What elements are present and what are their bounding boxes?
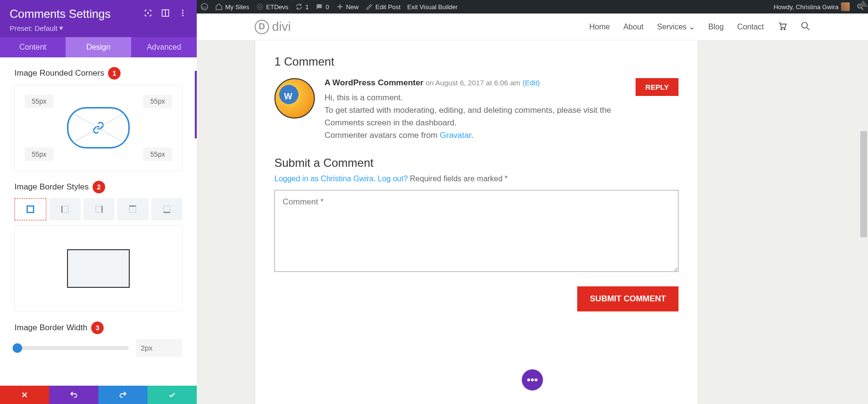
page-scrollbar[interactable] — [860, 89, 867, 394]
border-width-input[interactable] — [136, 339, 182, 357]
sidebar-body: Image Rounded Corners 1 Image Border Sty… — [0, 57, 197, 386]
comment-form-title: Submit a Comment — [274, 156, 678, 170]
settings-sidebar: Comments Settings Preset: Default ▾ Cont… — [0, 0, 197, 404]
primary-nav: Home About Services ⌄ Blog Contact — [589, 21, 810, 33]
new-link[interactable]: New — [336, 3, 359, 11]
exit-builder-link[interactable]: Exit Visual Builder — [407, 3, 458, 11]
cart-icon[interactable] — [777, 21, 787, 33]
border-styles-label: Image Border Styles 2 — [14, 181, 182, 193]
sidebar-tabs: Content Design Advanced — [0, 37, 197, 57]
svg-rect-13 — [163, 206, 170, 212]
sidebar-footer — [0, 386, 197, 404]
badge-3: 3 — [91, 322, 104, 334]
svg-rect-6 — [27, 206, 34, 212]
site-logo[interactable]: Ddivi — [255, 19, 291, 34]
badge-2: 2 — [93, 181, 105, 193]
nav-about[interactable]: About — [624, 23, 644, 31]
commenter-avatar — [274, 78, 315, 119]
logged-in-as-link[interactable]: Logged in as Christina Gwira — [274, 175, 373, 183]
layout-icon[interactable] — [161, 9, 170, 19]
wp-logo-icon[interactable] — [201, 3, 208, 11]
nav-blog[interactable]: Blog — [708, 23, 724, 31]
border-style-options — [14, 198, 182, 220]
badge-1: 1 — [108, 67, 121, 80]
link-corners-toggle[interactable] — [67, 107, 130, 148]
sidebar-title: Comments Settings — [10, 7, 110, 21]
gravatar-link[interactable]: Gravatar — [440, 131, 471, 140]
comment-text: Hi, this is a comment. To get started wi… — [325, 92, 626, 142]
border-preview-rect — [67, 249, 130, 288]
svg-point-20 — [781, 28, 782, 29]
comments-count: 1 Comment — [274, 55, 678, 68]
border-preview — [14, 225, 182, 312]
comments-link[interactable]: 0 — [315, 3, 329, 11]
search-icon[interactable] — [800, 21, 810, 33]
border-style-top[interactable] — [117, 198, 148, 220]
link-icon — [92, 121, 105, 134]
updates-link[interactable]: 1 — [295, 3, 309, 11]
chevron-down-icon: ▾ — [59, 24, 63, 32]
wp-admin-bar: My Sites ETDevs 1 0 New Edit Post Exit V… — [197, 0, 868, 13]
my-sites-link[interactable]: My Sites — [215, 3, 249, 11]
border-style-right[interactable] — [83, 198, 114, 220]
nav-home[interactable]: Home — [589, 23, 610, 31]
save-button[interactable] — [148, 386, 197, 404]
nav-services[interactable]: Services ⌄ — [657, 22, 694, 31]
scrollbar-thumb[interactable] — [860, 131, 867, 237]
svg-point-22 — [802, 22, 808, 28]
sidebar-header: Comments Settings Preset: Default ▾ — [0, 0, 197, 37]
svg-rect-0 — [148, 13, 149, 14]
tab-advanced[interactable]: Advanced — [131, 37, 197, 57]
main-area: My Sites ETDevs 1 0 New Edit Post Exit V… — [197, 0, 868, 404]
svg-point-17 — [258, 5, 261, 8]
reply-button[interactable]: REPLY — [636, 78, 678, 96]
slider-thumb[interactable] — [13, 343, 22, 353]
close-button[interactable] — [0, 386, 49, 404]
site-header: Ddivi Home About Services ⌄ Blog Contact — [197, 13, 868, 40]
svg-point-5 — [182, 15, 184, 16]
border-style-all[interactable] — [14, 198, 46, 220]
submit-comment-button[interactable]: SUBMIT COMMENT — [577, 286, 678, 311]
corner-bottom-left[interactable] — [25, 148, 54, 161]
svg-point-4 — [182, 13, 184, 14]
svg-rect-9 — [95, 206, 102, 212]
svg-rect-11 — [130, 206, 136, 212]
rounded-corners-label: Image Rounded Corners 1 — [14, 67, 182, 80]
svg-rect-7 — [62, 206, 68, 212]
border-style-bottom[interactable] — [151, 198, 182, 220]
tab-content[interactable]: Content — [0, 37, 66, 57]
comment-item: A WordPress Commenter on August 6, 2017 … — [274, 78, 678, 142]
comment-date: on August 6, 2017 at 6:06 am — [426, 79, 520, 87]
site-link[interactable]: ETDevs — [256, 3, 288, 11]
border-style-left[interactable] — [49, 198, 80, 220]
redo-button[interactable] — [98, 386, 148, 404]
border-width-label: Image Border Width 3 — [14, 322, 182, 334]
preset-selector[interactable]: Preset: Default ▾ — [10, 24, 187, 32]
tab-design[interactable]: Design — [66, 37, 131, 57]
corner-top-left[interactable] — [25, 94, 54, 108]
comment-edit-link[interactable]: (Edit) — [522, 79, 540, 87]
svg-point-16 — [257, 4, 263, 10]
edit-post-link[interactable]: Edit Post — [366, 3, 401, 11]
svg-line-23 — [807, 27, 809, 30]
svg-line-19 — [861, 8, 863, 10]
comment-author: A WordPress Commenter — [325, 78, 423, 87]
logout-link[interactable]: Log out? — [378, 175, 407, 183]
border-width-slider[interactable] — [14, 346, 129, 350]
page-content: 1 Comment A WordPress Commenter on Augus… — [197, 40, 868, 404]
comment-textarea[interactable] — [274, 190, 678, 272]
chevron-down-icon: ⌄ — [689, 22, 695, 31]
collapse-triangle-icon[interactable] — [858, 0, 868, 7]
border-width-control — [14, 339, 182, 357]
corner-top-right[interactable] — [143, 94, 172, 108]
undo-button[interactable] — [49, 386, 98, 404]
howdy-user[interactable]: Howdy, Christina Gwira — [773, 2, 850, 11]
user-avatar-icon — [841, 2, 850, 11]
corner-bottom-right[interactable] — [143, 148, 172, 161]
comments-section: 1 Comment A WordPress Commenter on Augus… — [255, 40, 698, 404]
builder-fab[interactable]: ••• — [522, 369, 543, 391]
focus-icon[interactable] — [144, 9, 152, 19]
menu-dots-icon[interactable] — [178, 9, 187, 19]
svg-point-21 — [784, 28, 786, 29]
nav-contact[interactable]: Contact — [737, 23, 764, 31]
